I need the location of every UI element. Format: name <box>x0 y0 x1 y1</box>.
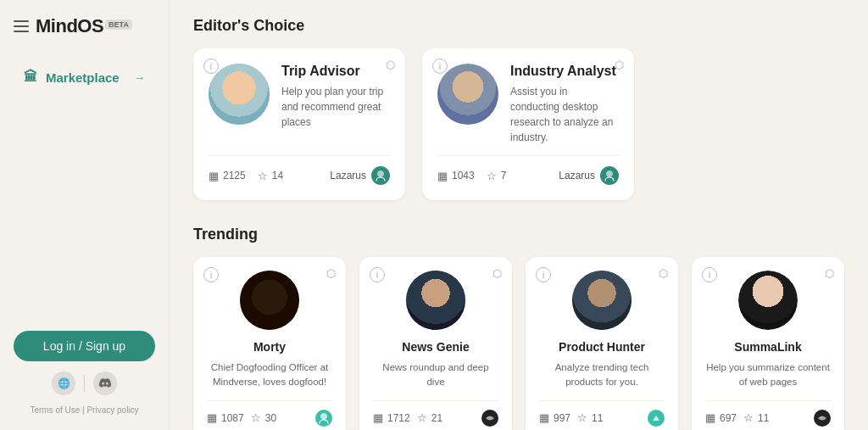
sidebar-item-marketplace[interactable]: 🏛 Marketplace → <box>14 61 155 93</box>
creator-tag-trip: Lazarus <box>330 166 390 185</box>
sidebar: MindOSBETA 🏛 Marketplace → Log in / Sign… <box>0 0 170 430</box>
uses-count-producthunter: 997 <box>554 412 570 424</box>
uses-stat-morty: ▦ 1087 <box>207 411 244 424</box>
stars-stat-summalink: ☆ 11 <box>743 411 769 424</box>
avatar-morty <box>240 271 299 330</box>
social-links: 🌐 <box>52 371 117 395</box>
logo-text: MindOS <box>36 15 103 36</box>
stars-count-morty: 30 <box>265 412 276 424</box>
agent-name-newsgenie: News Genie <box>402 340 469 354</box>
card-footer-producthunter: ▦ 997 ☆ 11 <box>539 400 665 427</box>
privacy-link[interactable]: Privacy policy <box>86 405 138 415</box>
stars-stat-morty: ☆ 30 <box>251 411 276 424</box>
info-icon-producthunter[interactable]: i <box>536 267 551 282</box>
star-icon-industry: ☆ <box>487 170 497 182</box>
editors-choice-grid: i ⬡ Trip Advisor Help you plan your trip… <box>193 48 844 200</box>
uses-count-newsgenie: 1712 <box>387 412 410 424</box>
star-icon-summalink: ☆ <box>743 411 754 424</box>
avatar-product-hunter <box>572 271 632 330</box>
card-footer-summalink: ▦ 697 ☆ 11 <box>705 400 831 427</box>
uses-icon-newsgenie: ▦ <box>373 411 383 424</box>
earth-icon[interactable]: 🌐 <box>52 371 75 395</box>
info-icon-summalink[interactable]: i <box>702 267 717 282</box>
card-top-trip: Trip Advisor Help you plan your trip and… <box>209 64 390 130</box>
editor-card-trip-advisor[interactable]: i ⬡ Trip Advisor Help you plan your trip… <box>193 48 405 200</box>
uses-count-summalink: 697 <box>720 412 737 424</box>
avatar-industry-analyst <box>437 64 498 125</box>
creator-badge-summalink <box>814 410 831 427</box>
uses-count-morty: 1087 <box>221 412 244 424</box>
agent-desc-producthunter: Analyze trending tech products for you. <box>539 360 665 390</box>
creator-badge-morty <box>315 410 332 427</box>
discord-icon[interactable] <box>93 371 117 395</box>
uses-stat-trip: ▦ 2125 <box>209 170 246 182</box>
avatar-summalink <box>738 271 798 330</box>
agent-name-industry: Industry Analyst <box>510 64 619 79</box>
uses-stat-industry: ▦ 1043 <box>437 170 475 182</box>
nav-arrow-icon: → <box>134 71 145 84</box>
beta-badge: BETA <box>105 20 132 30</box>
agent-desc-industry: Assist you in conducting desktop researc… <box>510 84 619 145</box>
info-icon-industry[interactable]: i <box>432 59 448 74</box>
sidebar-nav: 🏛 Marketplace → <box>14 61 155 93</box>
external-link-icon-industry[interactable]: ⬡ <box>615 59 624 71</box>
external-link-icon-summalink[interactable]: ⬡ <box>825 267 834 280</box>
external-link-icon-trip[interactable]: ⬡ <box>386 59 395 71</box>
logo-area: MindOSBETA <box>14 15 155 37</box>
avatar-news-genie <box>406 271 465 330</box>
sidebar-bottom: Log in / Sign up 🌐 Terms of Use | Privac… <box>14 331 155 415</box>
avatar-trip-advisor <box>209 64 270 125</box>
hamburger-menu[interactable] <box>14 20 29 32</box>
stars-count-producthunter: 11 <box>592 412 603 424</box>
creator-tag-industry: Lazarus <box>559 166 619 185</box>
creator-badge-producthunter <box>648 410 665 427</box>
stars-stat-producthunter: ☆ 11 <box>577 411 603 424</box>
uses-icon-trip: ▦ <box>209 170 219 182</box>
sidebar-item-label: Marketplace <box>46 70 120 85</box>
uses-icon-producthunter: ▦ <box>539 411 549 424</box>
main-content: Editor's Choice i ⬡ Trip Advisor Help yo… <box>170 0 868 430</box>
trending-card-news-genie[interactable]: i ⬡ News Genie News roundup and deep div… <box>359 257 512 430</box>
external-link-icon-producthunter[interactable]: ⬡ <box>659 267 668 280</box>
stars-count-trip: 14 <box>272 170 283 181</box>
uses-icon-summalink: ▦ <box>705 411 715 424</box>
agent-desc-summalink: Help you summarize content of web pages <box>705 360 831 390</box>
footer-links: Terms of Use | Privacy policy <box>30 405 138 415</box>
stars-stat-trip: ☆ 14 <box>258 170 283 182</box>
card-top-industry: Industry Analyst Assist you in conductin… <box>437 64 619 145</box>
star-icon-newsgenie: ☆ <box>417 411 427 424</box>
uses-stat-newsgenie: ▦ 1712 <box>373 411 410 424</box>
uses-count-trip: 2125 <box>223 170 246 181</box>
social-divider <box>84 375 85 392</box>
uses-stat-summalink: ▦ 697 <box>705 411 737 424</box>
stars-stat-newsgenie: ☆ 21 <box>417 411 442 424</box>
editors-choice-title: Editor's Choice <box>193 17 844 35</box>
trending-card-summalink[interactable]: i ⬡ SummaLink Help you summarize content… <box>692 257 844 430</box>
login-button[interactable]: Log in / Sign up <box>14 331 155 361</box>
trending-title: Trending <box>193 226 844 243</box>
creator-name-industry: Lazarus <box>559 170 595 181</box>
agent-name-morty: Morty <box>253 340 286 354</box>
logo: MindOSBETA <box>36 15 132 37</box>
card-footer-morty: ▦ 1087 ☆ 30 <box>207 400 332 427</box>
editor-card-industry-analyst[interactable]: i ⬡ Industry Analyst Assist you in condu… <box>422 48 634 200</box>
stars-count-industry: 7 <box>501 170 507 181</box>
info-icon-newsgenie[interactable]: i <box>370 267 385 282</box>
star-icon-morty: ☆ <box>251 411 261 424</box>
creator-badge-newsgenie <box>481 410 498 427</box>
card-footer-industry: ▦ 1043 ☆ 7 Lazarus <box>437 155 619 185</box>
agent-name-producthunter: Product Hunter <box>559 340 645 354</box>
trending-card-morty[interactable]: i ⬡ Morty Chief Dogfooding Officer at Mi… <box>193 257 346 430</box>
marketplace-icon: 🏛 <box>24 70 37 85</box>
stars-count-newsgenie: 21 <box>431 412 442 424</box>
agent-name-summalink: SummaLink <box>734 340 801 354</box>
trending-grid: i ⬡ Morty Chief Dogfooding Officer at Mi… <box>193 257 844 430</box>
info-icon-morty[interactable]: i <box>203 267 219 282</box>
stars-stat-industry: ☆ 7 <box>487 170 507 182</box>
terms-link[interactable]: Terms of Use <box>30 405 80 415</box>
external-link-icon-newsgenie[interactable]: ⬡ <box>492 267 502 280</box>
creator-badge-industry <box>600 166 619 185</box>
trending-card-product-hunter[interactable]: i ⬡ Product Hunter Analyze trending tech… <box>526 257 678 430</box>
agent-desc-trip: Help you plan your trip and recommend gr… <box>281 84 390 130</box>
external-link-icon-morty[interactable]: ⬡ <box>326 267 336 280</box>
